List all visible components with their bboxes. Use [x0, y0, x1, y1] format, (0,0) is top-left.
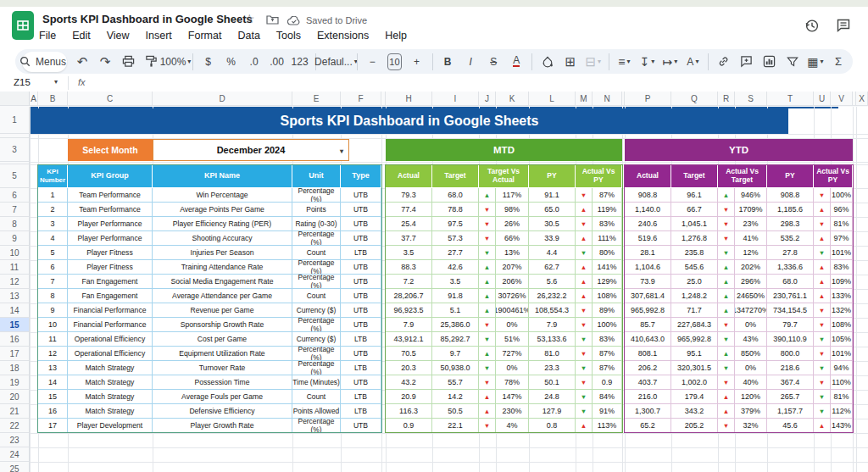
cell-mtd-target[interactable]: 50.5 [432, 404, 479, 419]
cell-ytd-actual-vs-target[interactable]: 1709% [735, 203, 767, 217]
cell-mtd-actual[interactable]: 20.9 [386, 390, 432, 404]
cell-kpi-name[interactable]: Revenue per Game [153, 303, 292, 318]
cell-ytd-actual-vs-py[interactable]: 101% [831, 246, 853, 260]
cell-mtd-target[interactable]: 85,292.7 [432, 332, 479, 347]
horizontal-align-select[interactable]: ≡▾ [616, 53, 632, 71]
cell-kpi-group[interactable]: Operational Efficiency [68, 332, 153, 347]
cell-ytd-target[interactable]: 25.0 [671, 275, 718, 289]
print-button[interactable] [120, 53, 136, 71]
cell-mtd-target-vs-actual[interactable]: 30726% [496, 289, 529, 303]
up-arrow-icon[interactable]: ▲ [814, 275, 831, 289]
cell-ytd-target[interactable]: 1,002.0 [671, 375, 718, 390]
cell-mtd-py[interactable]: 81.0 [529, 347, 576, 361]
down-arrow-icon[interactable]: ▼ [718, 203, 735, 217]
cell-ytd-py[interactable]: 27.8 [767, 246, 814, 260]
up-arrow-icon[interactable]: ▲ [718, 260, 735, 275]
up-arrow-icon[interactable]: ▲ [479, 188, 496, 203]
down-arrow-icon[interactable]: ▼ [814, 347, 831, 361]
cell-kpi-name[interactable]: Player Growth Rate [153, 419, 292, 433]
cell-mtd-target-vs-actual[interactable]: 13% [496, 246, 529, 260]
cell-ytd-actual-vs-target[interactable]: 120% [735, 390, 767, 404]
cell-mtd-actual-vs-py[interactable]: 0.9 [593, 375, 622, 390]
cell-mtd-target[interactable]: 97.5 [432, 217, 479, 231]
cell-mtd-py[interactable]: 91.1 [529, 188, 576, 203]
up-arrow-icon[interactable]: ▲ [718, 275, 735, 289]
cell-kpi-group[interactable]: Match Strategy [68, 390, 153, 404]
cell-type[interactable]: LTB [341, 404, 381, 419]
up-arrow-icon[interactable]: ▲ [479, 404, 496, 419]
up-arrow-icon[interactable]: ▲ [479, 347, 496, 361]
cell-ytd-py[interactable]: 535.2 [767, 231, 814, 246]
column-header-E[interactable]: E [292, 92, 341, 106]
font-size-input[interactable]: 10 [387, 53, 401, 70]
cell-mtd-actual[interactable]: 70.5 [386, 347, 432, 361]
row-header-20[interactable]: 20 [0, 390, 30, 404]
cell-ytd-target[interactable]: 205.2 [671, 419, 718, 433]
cell-ytd-actual[interactable]: 1,140.0 [625, 203, 671, 217]
column-header-V[interactable]: V [831, 92, 853, 106]
up-arrow-icon[interactable]: ▲ [814, 203, 831, 217]
cell-kpi-number[interactable]: 3 [38, 217, 68, 231]
cell-type[interactable]: UTB [341, 303, 381, 318]
cell-mtd-py[interactable]: 30.5 [529, 217, 576, 231]
cell-kpi-group[interactable]: Match Strategy [68, 404, 153, 419]
down-arrow-icon[interactable]: ▼ [814, 303, 831, 318]
cell-mtd-actual-vs-py[interactable]: 119% [593, 203, 622, 217]
up-arrow-icon[interactable]: ▲ [718, 347, 735, 361]
up-arrow-icon[interactable]: ▲ [718, 303, 735, 318]
cell-kpi-name[interactable]: Average Points Per Game [153, 203, 292, 217]
cell-ytd-py[interactable]: 68.0 [767, 275, 814, 289]
cell-unit[interactable]: Percentage (%) [292, 188, 341, 203]
chevron-down-icon[interactable]: ▾ [340, 147, 343, 155]
insert-comment-button[interactable] [739, 53, 754, 71]
cell-ytd-actual-vs-target[interactable]: 946% [735, 188, 767, 203]
down-arrow-icon[interactable]: ▼ [479, 231, 496, 246]
cell-mtd-target[interactable]: 3.5 [432, 275, 479, 289]
down-arrow-icon[interactable]: ▼ [814, 246, 831, 260]
cell-unit[interactable]: Count [292, 390, 341, 404]
cell-ytd-actual-vs-target[interactable]: 24650% [735, 289, 767, 303]
cell-ytd-actual-vs-py[interactable]: 96% [831, 203, 853, 217]
increase-font-size-button[interactable]: + [409, 53, 425, 71]
cell-ytd-target[interactable]: 235.8 [671, 246, 718, 260]
down-arrow-icon[interactable]: ▼ [814, 188, 831, 203]
menus-search-button[interactable]: Menus [22, 52, 67, 72]
row-header-6[interactable]: 6 [0, 188, 30, 203]
cell-kpi-number[interactable]: 6 [38, 260, 68, 275]
cell-ytd-actual-vs-py[interactable]: 83% [831, 260, 853, 275]
cell-ytd-target[interactable]: 179.4 [671, 390, 718, 404]
row-header-10[interactable]: 10 [0, 246, 30, 260]
menu-extensions[interactable]: Extensions [317, 30, 369, 42]
down-arrow-icon[interactable]: ▼ [576, 404, 593, 419]
cell-ytd-actual[interactable]: 908.8 [625, 188, 671, 203]
cell-ytd-py[interactable]: 230,761.1 [767, 289, 814, 303]
down-arrow-icon[interactable]: ▼ [479, 246, 496, 260]
cell-mtd-target[interactable]: 14.2 [432, 390, 479, 404]
cell-kpi-number[interactable]: 9 [38, 303, 68, 318]
column-header-Q[interactable]: Q [671, 92, 718, 106]
cell-ytd-py[interactable]: 1,336.6 [767, 260, 814, 275]
down-arrow-icon[interactable]: ▼ [718, 419, 735, 433]
down-arrow-icon[interactable]: ▼ [576, 303, 593, 318]
cell-ytd-target[interactable]: 320,301.5 [671, 361, 718, 375]
cell-mtd-actual-vs-py[interactable]: 111% [593, 231, 622, 246]
row-header-24[interactable]: 24 [0, 447, 30, 462]
sheets-logo-icon[interactable] [12, 11, 34, 40]
cell-kpi-name[interactable]: Average Attendance per Game [153, 289, 292, 303]
cell-kpi-name[interactable]: Sponsorship Growth Rate [153, 318, 292, 332]
cell-ytd-py[interactable]: 298.3 [767, 217, 814, 231]
cell-ytd-py[interactable]: 908.8 [767, 188, 814, 203]
cell-mtd-target-vs-actual[interactable]: 1900461% [496, 303, 529, 318]
down-arrow-icon[interactable]: ▼ [576, 217, 593, 231]
increase-decimals-button[interactable]: .00 [270, 53, 285, 71]
up-arrow-icon[interactable]: ▲ [576, 260, 593, 275]
down-arrow-icon[interactable]: ▼ [814, 361, 831, 375]
column-header-T[interactable]: T [767, 92, 814, 106]
cell-kpi-group[interactable]: Match Strategy [68, 361, 153, 375]
cell-ytd-actual-vs-py[interactable]: 112% [831, 404, 853, 419]
column-header-J[interactable]: J [479, 92, 496, 106]
cell-kpi-number[interactable]: 12 [38, 347, 68, 361]
cell-mtd-py[interactable]: 26,232.2 [529, 289, 576, 303]
cell-ytd-actual-vs-target[interactable]: 41% [735, 231, 767, 246]
cell-kpi-group[interactable]: Match Strategy [68, 375, 153, 390]
